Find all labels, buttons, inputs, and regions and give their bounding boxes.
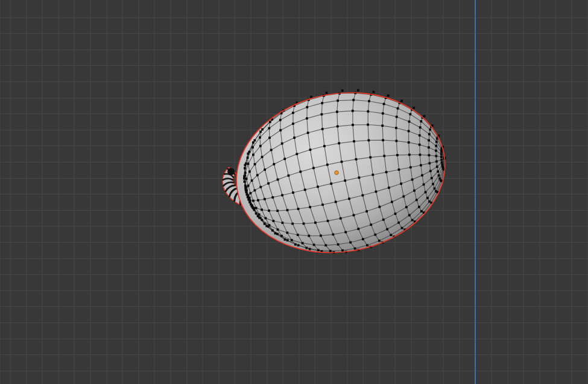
vertex (425, 191, 427, 193)
scene-canvas[interactable] (0, 0, 588, 384)
vertex (259, 186, 262, 188)
vertex (297, 208, 300, 210)
vertex (397, 107, 399, 110)
vertex (299, 171, 302, 173)
vertex (426, 197, 429, 199)
vertex (337, 100, 339, 102)
object-origin-dot[interactable] (335, 171, 338, 174)
vertex (408, 130, 410, 132)
vertex (379, 206, 381, 208)
vertex (337, 243, 340, 246)
vertex (409, 113, 411, 115)
vertex (255, 213, 258, 215)
vertex (286, 232, 289, 234)
vertex (268, 136, 271, 139)
vertex (243, 178, 245, 180)
vertex (440, 151, 443, 153)
vertex (254, 163, 256, 165)
vertex (373, 91, 375, 94)
vertex (283, 158, 286, 160)
vertex (329, 250, 332, 252)
vertex (259, 136, 261, 139)
vertex (394, 213, 397, 215)
vertex (244, 171, 247, 174)
vertex (411, 219, 414, 222)
vertex (413, 107, 415, 109)
vertex (352, 99, 355, 101)
vertex (310, 96, 312, 98)
vertex (400, 100, 403, 102)
vertex (254, 189, 256, 191)
vertex (279, 119, 282, 121)
vertex (251, 179, 253, 182)
vertex (367, 110, 369, 113)
vertex (435, 141, 438, 143)
vertex (441, 161, 443, 164)
vertex (247, 156, 249, 159)
vertex (326, 164, 329, 166)
vertex (280, 235, 283, 237)
vertex (277, 228, 279, 231)
vertex (297, 244, 300, 246)
vertex (395, 127, 397, 129)
viewport-3d[interactable] (0, 0, 588, 384)
vertex (293, 136, 296, 139)
vertex (400, 182, 402, 185)
vertex (248, 170, 251, 173)
vertex (368, 100, 370, 103)
vertex (268, 224, 271, 226)
vertex (408, 141, 410, 144)
vertex (405, 206, 408, 208)
vertex (398, 168, 400, 171)
vertex (352, 124, 354, 126)
vertex (288, 174, 290, 177)
vertex (314, 222, 317, 224)
vertex (320, 234, 322, 237)
vertex (344, 231, 347, 234)
vertex (420, 164, 422, 167)
vertex (281, 194, 283, 196)
vertex (436, 165, 438, 168)
mesh-surface (224, 77, 458, 269)
vertex (419, 154, 422, 156)
vertex (321, 114, 323, 116)
vertex (408, 153, 411, 156)
vertex (317, 249, 320, 251)
vertex (284, 238, 286, 241)
vertex (374, 234, 376, 236)
vertex (440, 153, 443, 156)
vertex (332, 233, 334, 235)
vertex (252, 153, 254, 156)
vertex (277, 179, 279, 181)
vertex (291, 239, 293, 242)
vertex (436, 138, 438, 140)
vertex (297, 234, 299, 236)
vertex (370, 223, 372, 226)
vertex (419, 134, 421, 136)
vertex (252, 141, 254, 144)
vertex (353, 140, 355, 142)
vertex (341, 249, 344, 252)
vertex (438, 174, 440, 177)
vertex (261, 219, 264, 221)
vertex (245, 178, 248, 180)
vertex (387, 94, 390, 97)
vertex (357, 228, 359, 230)
mesh-object[interactable] (224, 77, 458, 269)
vertex (354, 248, 356, 250)
vertex (264, 168, 266, 171)
vertex (396, 140, 398, 142)
vertex (312, 167, 315, 169)
vertex (391, 201, 393, 203)
vertex (366, 244, 368, 246)
vertex (265, 217, 267, 220)
vertex (317, 185, 319, 188)
pole-vertex (248, 197, 251, 200)
vertex (276, 210, 279, 212)
vertex (408, 121, 411, 123)
vertex (341, 89, 344, 92)
vertex (371, 174, 374, 176)
vertex (274, 232, 277, 235)
vertex (420, 120, 422, 123)
vertex (413, 190, 416, 192)
